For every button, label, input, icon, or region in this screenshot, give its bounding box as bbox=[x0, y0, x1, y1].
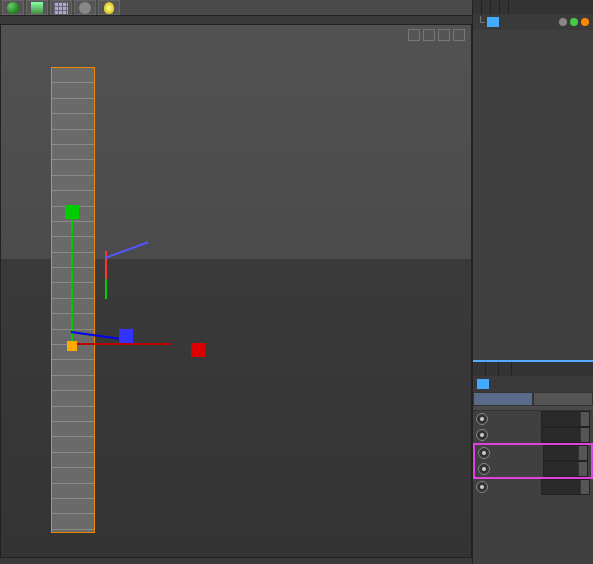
tool-gear-icon[interactable] bbox=[74, 0, 96, 15]
attr-tab-userdata[interactable] bbox=[499, 362, 512, 376]
viewport-maximize-icon[interactable] bbox=[453, 29, 465, 41]
attr-tab-mode[interactable] bbox=[473, 362, 486, 376]
attr-sub-tabs bbox=[473, 392, 593, 406]
attr-tabs bbox=[473, 362, 593, 376]
prop-row-height-segments bbox=[475, 461, 591, 477]
sub-tab-basic[interactable] bbox=[473, 392, 533, 406]
prop-select-orientation[interactable] bbox=[541, 479, 590, 495]
tool-bulb-icon[interactable] bbox=[98, 0, 120, 15]
sub-tab-coord[interactable] bbox=[533, 392, 593, 406]
tool-sphere-icon[interactable] bbox=[2, 0, 24, 15]
attr-tab-edit[interactable] bbox=[486, 362, 499, 376]
om-tab-object[interactable] bbox=[500, 0, 509, 14]
tool-cube-icon[interactable] bbox=[26, 0, 48, 15]
anim-toggle-width[interactable] bbox=[476, 413, 488, 425]
spinner-icon[interactable] bbox=[578, 462, 587, 476]
viewport-pan-icon[interactable] bbox=[408, 29, 420, 41]
attribute-manager bbox=[473, 360, 593, 495]
prop-input-width[interactable] bbox=[541, 411, 590, 427]
om-tab-edit[interactable] bbox=[482, 0, 491, 14]
viewport-3d[interactable] bbox=[0, 24, 472, 558]
prop-input-height[interactable] bbox=[541, 427, 590, 443]
prop-row-width-segments bbox=[475, 445, 591, 461]
prop-input-width-segments[interactable] bbox=[543, 445, 588, 461]
tree-toggle-icon[interactable]: └ bbox=[477, 16, 485, 28]
prop-row-width bbox=[473, 411, 593, 427]
dropdown-icon[interactable] bbox=[580, 480, 589, 494]
attr-object-title bbox=[473, 376, 593, 392]
spinner-icon[interactable] bbox=[580, 428, 589, 442]
right-panel: └ bbox=[472, 0, 593, 564]
anim-toggle-hseg[interactable] bbox=[478, 463, 490, 475]
world-axes-icon bbox=[99, 251, 159, 301]
prop-row-height bbox=[473, 427, 593, 443]
anim-toggle-wseg[interactable] bbox=[478, 447, 490, 459]
anim-toggle-height[interactable] bbox=[476, 429, 488, 441]
object-enable-icon[interactable] bbox=[581, 18, 589, 26]
plane-object[interactable] bbox=[51, 67, 95, 533]
prop-row-orientation bbox=[473, 479, 593, 495]
om-tab-file[interactable] bbox=[473, 0, 482, 14]
highlighted-segment-props bbox=[473, 443, 593, 479]
spinner-icon[interactable] bbox=[580, 412, 589, 426]
plane-icon bbox=[477, 379, 489, 389]
viewport-zoom-icon[interactable] bbox=[423, 29, 435, 41]
plane-icon bbox=[487, 17, 499, 27]
anim-toggle-orient[interactable] bbox=[476, 481, 488, 493]
main-toolbar bbox=[0, 0, 472, 16]
object-manager-tabs bbox=[473, 0, 593, 14]
prop-input-height-segments[interactable] bbox=[543, 461, 588, 477]
om-tab-view[interactable] bbox=[491, 0, 500, 14]
viewport-rotate-icon[interactable] bbox=[438, 29, 450, 41]
object-row-plane[interactable]: └ bbox=[473, 14, 593, 30]
visibility-editor-icon[interactable] bbox=[559, 18, 567, 26]
visibility-render-icon[interactable] bbox=[570, 18, 578, 26]
tool-grid-icon[interactable] bbox=[50, 0, 72, 15]
viewport-controls bbox=[408, 29, 465, 41]
spinner-icon[interactable] bbox=[578, 446, 587, 460]
